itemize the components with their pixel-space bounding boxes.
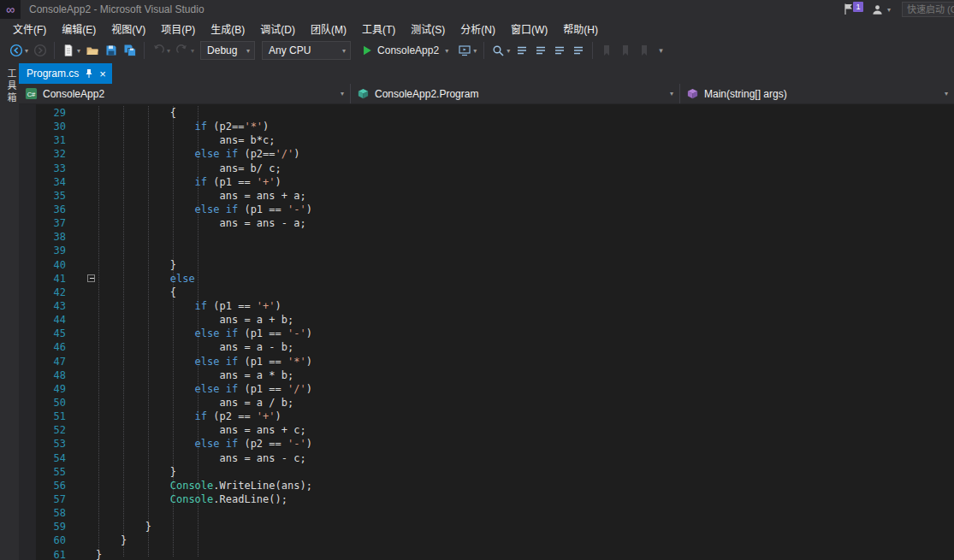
menu-item-12[interactable]: 帮助(H) (555, 19, 606, 38)
code-line[interactable]: 34 if (p1 == '+') (19, 175, 954, 189)
navigate-backward-button[interactable]: ▾ (7, 40, 31, 61)
previous-bookmark-button[interactable] (616, 40, 635, 61)
line-number[interactable]: 35 (19, 189, 68, 203)
line-number[interactable]: 36 (19, 203, 68, 216)
toolbox-tab[interactable]: 工具箱 (4, 68, 18, 104)
open-file-button[interactable] (83, 40, 102, 61)
title-bar[interactable]: ∞ ConsoleApp2 - Microsoft Visual Studio … (0, 0, 954, 19)
code-line[interactable]: 47 else if (p1 == '*') (19, 355, 954, 368)
menu-item-11[interactable]: 窗口(W) (503, 19, 555, 38)
code-line[interactable]: 61} (19, 548, 954, 560)
code-line[interactable]: 54 ans = ans - c; (19, 451, 954, 465)
code-line[interactable]: 30 if (p2=='*') (19, 120, 954, 133)
line-number[interactable]: 52 (19, 423, 68, 437)
code-line[interactable]: 49 else if (p1 == '/') (19, 382, 954, 396)
code-line[interactable]: 32 else if (p2=='/') (19, 147, 954, 161)
code-line[interactable]: 60 } (19, 533, 954, 547)
menu-item-7[interactable]: 团队(M) (303, 19, 354, 38)
line-number[interactable]: 56 (19, 479, 68, 492)
code-line[interactable]: 44 ans = a + b; (19, 313, 954, 327)
code-line[interactable]: 58 (19, 506, 954, 520)
tab-program-cs[interactable]: Program.cs × (19, 63, 112, 84)
decrease-indent-button[interactable] (513, 40, 531, 61)
code-line[interactable]: 50 ans = a / b; (19, 396, 954, 410)
line-number[interactable]: 55 (19, 465, 68, 479)
toolbar-options-button[interactable]: ▾ (654, 46, 668, 55)
code-line[interactable]: 36 else if (p1 == '-') (19, 203, 954, 216)
redo-button[interactable]: ▾ (173, 40, 197, 61)
line-number[interactable]: 60 (19, 533, 68, 547)
code-line[interactable]: 40 } (19, 258, 954, 272)
solution-configurations-combo[interactable]: Debug▾ (200, 41, 255, 60)
line-number[interactable]: 31 (19, 133, 68, 147)
solution-platforms-combo[interactable]: Any CPU▾ (262, 41, 351, 60)
code-line[interactable]: 39 (19, 244, 954, 257)
undo-button[interactable]: ▾ (149, 40, 173, 61)
notifications-button[interactable]: 1 (843, 3, 858, 16)
code-line[interactable]: 56 Console.WriteLine(ans); (19, 479, 954, 492)
pin-icon[interactable] (85, 68, 93, 79)
next-bookmark-button[interactable] (635, 40, 654, 61)
code-line[interactable]: 43 if (p1 == '+') (19, 299, 954, 313)
line-number[interactable]: 39 (19, 244, 68, 257)
line-number[interactable]: 57 (19, 492, 68, 506)
code-line[interactable]: 51 if (p2 == '+') (19, 410, 954, 423)
line-number[interactable]: 54 (19, 451, 68, 465)
uncomment-selection-button[interactable] (569, 40, 588, 61)
code-line[interactable]: 46 ans = a - b; (19, 340, 954, 354)
menu-item-8[interactable]: 工具(T) (354, 19, 403, 38)
code-line[interactable]: 29 { (19, 106, 954, 120)
line-number[interactable]: 30 (19, 120, 68, 133)
line-number[interactable]: 38 (19, 230, 68, 244)
line-number[interactable]: 41 (19, 272, 68, 286)
code-line[interactable]: 53 else if (p2 == '-') (19, 437, 954, 451)
menu-item-6[interactable]: 调试(D) (252, 19, 303, 38)
line-number[interactable]: 37 (19, 216, 68, 230)
find-in-files-button[interactable]: ▾ (489, 40, 513, 61)
line-number[interactable]: 40 (19, 258, 68, 272)
line-number[interactable]: 48 (19, 368, 68, 382)
save-all-button[interactable] (121, 40, 139, 61)
code-line[interactable]: 52 ans = ans + c; (19, 423, 954, 437)
code-line[interactable]: 41 else (19, 272, 954, 286)
line-number[interactable]: 50 (19, 396, 68, 410)
line-number[interactable]: 42 (19, 286, 68, 299)
line-number[interactable]: 53 (19, 437, 68, 451)
new-file-button[interactable]: ▾ (59, 40, 83, 61)
sign-in-button[interactable]: ▾ (871, 3, 891, 16)
menu-item-3[interactable]: 视图(V) (104, 19, 153, 38)
menu-item-9[interactable]: 测试(S) (403, 19, 453, 38)
menu-item-1[interactable]: 文件(F) (5, 19, 54, 38)
line-number[interactable]: 46 (19, 340, 68, 354)
code-line[interactable]: 33 ans= b/ c; (19, 162, 954, 175)
navigate-forward-button[interactable] (31, 40, 50, 61)
line-number[interactable]: 29 (19, 106, 68, 120)
line-number[interactable]: 34 (19, 175, 68, 189)
line-number[interactable]: 44 (19, 313, 68, 327)
toggle-bookmark-button[interactable] (597, 40, 616, 61)
navbar-combo-2[interactable]: ConsoleApp2.Program▾ (351, 84, 680, 103)
debug-target-button[interactable]: ▾ (455, 40, 479, 61)
code-editor[interactable]: 29 {30 if (p2=='*')31 ans= b*c;32 else i… (19, 104, 954, 560)
navbar-combo-3[interactable]: Main(string[] args)▾ (680, 84, 954, 103)
code-line[interactable]: 45 else if (p1 == '-') (19, 327, 954, 340)
line-number[interactable]: 47 (19, 355, 68, 368)
menu-item-2[interactable]: 编辑(E) (54, 19, 104, 38)
code-line[interactable]: 35 ans = ans + a; (19, 189, 954, 203)
line-number[interactable]: 33 (19, 162, 68, 175)
start-debugging-button[interactable]: ConsoleApp2▾ (354, 44, 455, 56)
menu-item-5[interactable]: 生成(B) (203, 19, 252, 38)
line-number[interactable]: 51 (19, 410, 68, 423)
fold-collapse-button[interactable] (87, 274, 95, 282)
line-number[interactable]: 61 (19, 548, 68, 560)
quick-launch-input[interactable] (902, 2, 954, 17)
code-line[interactable]: 59 } (19, 520, 954, 533)
code-line[interactable]: 57 Console.ReadLine(); (19, 492, 954, 506)
line-number[interactable]: 43 (19, 299, 68, 313)
increase-indent-button[interactable] (531, 40, 550, 61)
navbar-combo-1[interactable]: C#ConsoleApp2▾ (19, 84, 351, 103)
code-line[interactable]: 55 } (19, 465, 954, 479)
code-line[interactable]: 37 ans = ans - a; (19, 216, 954, 230)
line-number[interactable]: 45 (19, 327, 68, 340)
close-icon[interactable]: × (99, 68, 106, 80)
